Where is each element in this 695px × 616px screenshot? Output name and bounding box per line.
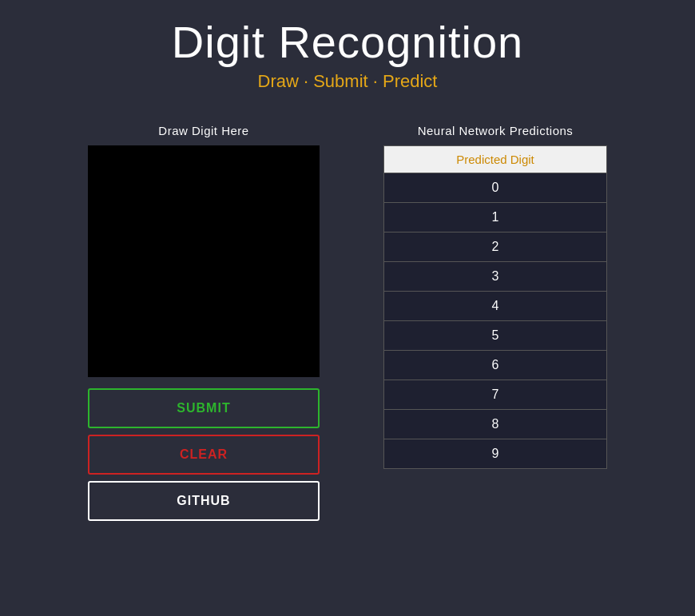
digit-cell: 9 — [384, 439, 607, 469]
table-row: 7 — [384, 380, 607, 410]
clear-button[interactable]: CLEAR — [88, 435, 320, 475]
table-row: 9 — [384, 439, 607, 469]
table-row: 3 — [384, 262, 607, 292]
draw-panel-label: Draw Digit Here — [158, 124, 248, 137]
table-header: Predicted Digit — [384, 146, 607, 173]
button-group: SUBMIT CLEAR GITHUB — [88, 388, 320, 521]
digit-cell: 2 — [384, 232, 607, 262]
right-panel: Neural Network Predictions Predicted Dig… — [383, 124, 607, 469]
table-row: 1 — [384, 203, 607, 232]
digit-cell: 8 — [384, 410, 607, 439]
submit-button[interactable]: SUBMIT — [88, 388, 320, 428]
drawing-canvas[interactable] — [88, 145, 320, 377]
predictions-label: Neural Network Predictions — [418, 124, 574, 137]
digit-cell: 6 — [384, 351, 607, 380]
table-row: 0 — [384, 173, 607, 203]
digit-cell: 5 — [384, 321, 607, 351]
page-title: Digit Recognition — [172, 16, 523, 68]
page-subtitle: Draw · Submit · Predict — [172, 71, 523, 92]
digit-cell: 1 — [384, 203, 607, 232]
github-button[interactable]: GITHUB — [88, 481, 320, 521]
digit-cell: 0 — [384, 173, 607, 203]
table-row: 5 — [384, 321, 607, 351]
table-row: 2 — [384, 232, 607, 262]
left-panel: Draw Digit Here SUBMIT CLEAR GITHUB — [88, 124, 320, 521]
table-row: 4 — [384, 292, 607, 321]
page-header: Digit Recognition Draw · Submit · Predic… — [172, 16, 523, 92]
digit-cell: 3 — [384, 262, 607, 292]
predictions-table: Predicted Digit 0123456789 — [383, 145, 607, 469]
table-row: 6 — [384, 351, 607, 380]
main-content: Draw Digit Here SUBMIT CLEAR GITHUB Neur… — [0, 124, 695, 521]
digit-cell: 7 — [384, 380, 607, 410]
table-row: 8 — [384, 410, 607, 439]
digit-cell: 4 — [384, 292, 607, 321]
